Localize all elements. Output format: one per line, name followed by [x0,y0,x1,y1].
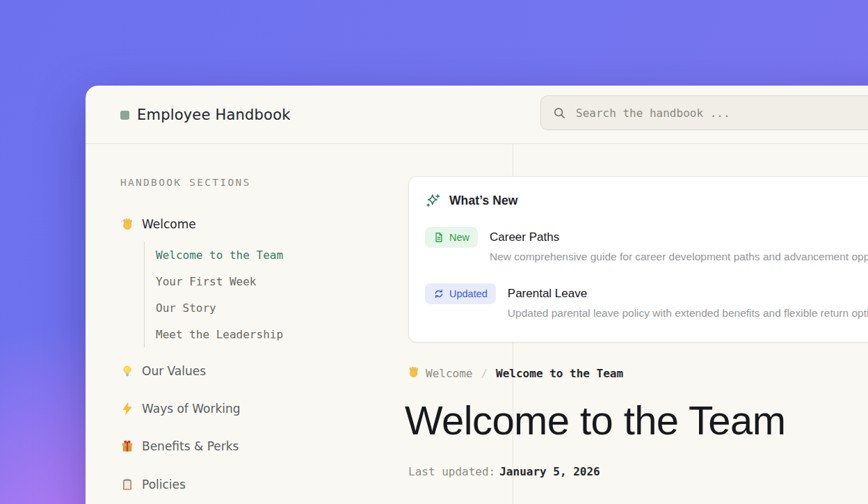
search-input[interactable]: Search the handbook ... [540,95,868,130]
breadcrumb-section[interactable]: Welcome [426,367,472,380]
page-title: Welcome to the Team [405,397,785,443]
sidebar-item-ways-of-working[interactable]: Ways of Working [120,399,241,418]
sidebar-item-label: Our Values [142,364,206,378]
whats-new-item[interactable]: Updated Parental Leave Updated parental … [425,283,868,321]
sidebar-item-policies[interactable]: Policies [120,475,186,494]
search-icon [553,107,566,120]
new-badge: New [425,227,478,248]
updated-badge: Updated [425,283,496,304]
document-icon [433,232,444,243]
sidebar-item-benefits-perks[interactable]: Benefits & Perks [120,436,239,456]
sidebar-item-label: Policies [142,478,186,491]
news-item-title: Parental Leave [508,283,868,304]
clipboard-icon [120,478,134,491]
sidebar-item-label: Welcome [142,217,196,231]
last-updated-value: January 5, 2026 [499,465,600,478]
breadcrumb-current: Welcome to the Team [496,367,623,380]
breadcrumb-separator: / [481,367,488,380]
news-item-title: Career Paths [490,227,868,248]
app-window: Employee Handbook Search the handbook ..… [86,86,868,504]
app-header: Employee Handbook Search the handbook ..… [86,86,868,144]
desktop-background: Employee Handbook Search the handbook ..… [0,0,868,504]
news-item-description: New comprehensive guide for career devel… [490,249,868,265]
sidebar-sublist-welcome: Welcome to the Team Your First Week Our … [144,242,367,347]
sidebar-subitem-your-first-week[interactable]: Your First Week [145,268,367,294]
lightning-bolt-icon [120,402,134,416]
wave-icon [407,365,420,381]
sidebar-subitem-our-story[interactable]: Our Story [145,294,367,321]
gift-icon [120,439,134,453]
sidebar-subitem-meet-the-leadership[interactable]: Meet the Leadership [145,321,367,347]
news-text: Parental Leave Updated parental leave po… [508,283,868,321]
last-updated-label: Last updated: [408,465,495,478]
sidebar-item-welcome[interactable]: Welcome [120,214,196,234]
wave-icon [120,217,134,231]
lightbulb-icon [120,364,134,378]
sidebar-item-label: Benefits & Perks [142,439,239,453]
whats-new-card: What’s New New Career Paths New comprehe… [408,176,868,342]
whats-new-header: What’s New [425,193,518,209]
whats-new-item[interactable]: New Career Paths New comprehensive guide… [425,227,868,265]
news-text: Career Paths New comprehensive guide for… [490,227,868,265]
news-item-description: Updated parental leave policy with exten… [508,306,868,321]
breadcrumb: Welcome / Welcome to the Team [407,365,623,381]
app-title: Employee Handbook [137,107,291,123]
brand: Employee Handbook [120,86,291,144]
last-updated: Last updated:January 5, 2026 [408,465,600,478]
badge-label: Updated [449,288,488,299]
sidebar-item-label: Ways of Working [142,402,241,416]
sparkles-icon [425,193,441,209]
badge-label: New [449,232,469,243]
refresh-icon [433,288,444,299]
sidebar-item-our-values[interactable]: Our Values [120,361,206,381]
sidebar-section-label: HANDBOOK SECTIONS [120,177,251,188]
whats-new-title: What’s New [449,194,518,208]
sidebar-subitem-welcome-to-the-team[interactable]: Welcome to the Team [145,242,367,268]
search-placeholder-text: Search the handbook ... [576,107,730,120]
brand-logo-icon [120,111,129,120]
